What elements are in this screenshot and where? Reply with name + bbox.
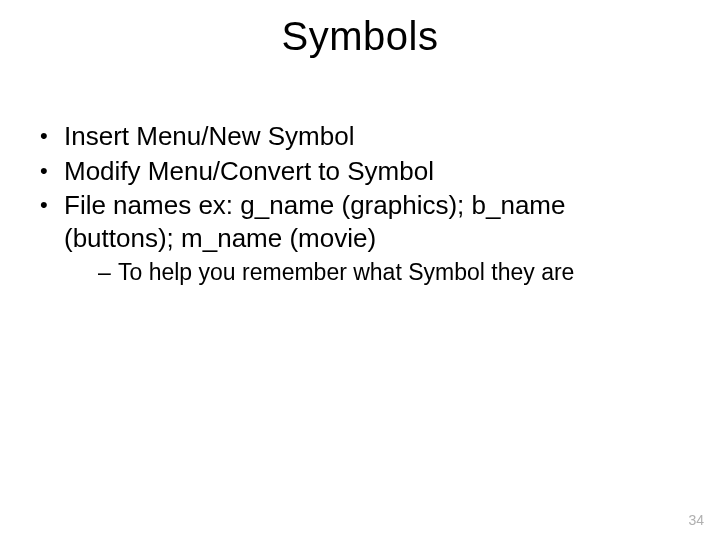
slide-body: Insert Menu/New Symbol Modify Menu/Conve…	[38, 120, 682, 289]
sub-bullet-item: To help you remember what Symbol they ar…	[98, 258, 682, 287]
slide: Symbols Insert Menu/New Symbol Modify Me…	[0, 0, 720, 540]
page-number: 34	[688, 512, 704, 528]
bullet-item: Modify Menu/Convert to Symbol	[38, 155, 682, 188]
bullet-text: Insert Menu/New Symbol	[64, 121, 354, 151]
bullet-item: File names ex: g_name (graphics); b_name…	[38, 189, 682, 287]
sub-bullet-text: To help you remember what Symbol they ar…	[118, 259, 574, 285]
bullet-text: File names ex: g_name (graphics); b_name…	[64, 190, 565, 253]
slide-title: Symbols	[0, 14, 720, 59]
bullet-item: Insert Menu/New Symbol	[38, 120, 682, 153]
sub-bullet-list: To help you remember what Symbol they ar…	[64, 258, 682, 287]
bullet-list: Insert Menu/New Symbol Modify Menu/Conve…	[38, 120, 682, 287]
bullet-text: Modify Menu/Convert to Symbol	[64, 156, 434, 186]
